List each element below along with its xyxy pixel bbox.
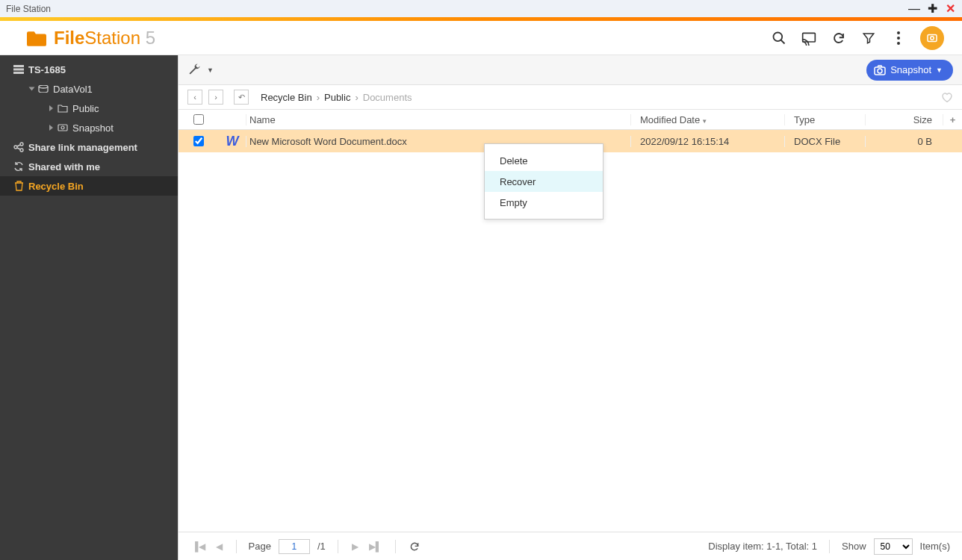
sidebar-item-recycle[interactable]: Recycle Bin	[0, 176, 178, 196]
select-all-checkbox[interactable]	[193, 114, 204, 125]
sort-desc-icon: ▼	[701, 118, 707, 125]
page-size-select[interactable]: 50	[874, 538, 913, 555]
snapshot-icon	[58, 122, 68, 133]
add-column-button[interactable]: +	[943, 114, 962, 125]
expand-icon[interactable]	[49, 125, 53, 131]
svg-point-18	[878, 69, 882, 73]
window-controls: — ✚ ✕	[908, 3, 956, 15]
trash-icon	[13, 181, 24, 191]
tree-root[interactable]: TS-1685	[0, 60, 178, 79]
pagination-footer: ▐◀ ◀ Page /1 ▶ ▶▌ Display item: 1-1, Tot…	[179, 532, 962, 560]
more-icon[interactable]	[890, 30, 907, 46]
breadcrumb-bar: ‹ › ↶ Recycle Bin › Public › Documents	[179, 85, 962, 109]
expand-icon[interactable]	[29, 87, 35, 91]
page-label: Page	[249, 541, 271, 552]
refresh-icon[interactable]	[831, 30, 847, 46]
prev-page-button[interactable]: ◀	[214, 541, 224, 552]
ctx-empty[interactable]: Empty	[485, 192, 603, 213]
tree-root-label: TS-1685	[28, 64, 66, 75]
tree-public[interactable]: Public	[0, 99, 178, 118]
first-page-button[interactable]: ▐◀	[190, 541, 207, 552]
breadcrumb: Recycle Bin › Public › Documents	[261, 92, 412, 103]
row-checkbox[interactable]	[193, 136, 204, 146]
server-icon	[13, 64, 24, 75]
svg-rect-9	[13, 69, 24, 71]
snapshot-label: Snapshot	[890, 64, 931, 75]
svg-line-1	[781, 40, 785, 43]
display-count: Display item: 1-1, Total: 1	[708, 541, 817, 552]
tree-datavol[interactable]: DataVol1	[0, 79, 178, 99]
svg-point-14	[20, 143, 23, 146]
context-menu: Delete Recover Empty	[484, 143, 603, 220]
sidebar-recycle-label: Recycle Bin	[28, 181, 84, 192]
sidebar-item-shared[interactable]: Shared with me	[0, 157, 178, 176]
app-header: FileStation 5	[0, 21, 962, 55]
svg-rect-12	[58, 125, 67, 131]
chevron-down-icon: ▼	[936, 66, 943, 74]
file-date: 2022/09/12 16:15:14	[630, 136, 784, 147]
minimize-button[interactable]: —	[908, 3, 920, 15]
svg-point-15	[14, 146, 17, 149]
tree-datavol-label: DataVol1	[53, 84, 93, 95]
chevron-right-icon: ›	[355, 92, 358, 103]
favorite-icon[interactable]	[941, 92, 953, 102]
show-label: Show	[842, 541, 866, 552]
sync-icon	[13, 161, 24, 172]
col-name[interactable]: Name	[246, 114, 630, 125]
crumb-recycle[interactable]: Recycle Bin	[261, 92, 312, 103]
window-titlebar: File Station — ✚ ✕	[0, 0, 962, 17]
svg-point-16	[20, 149, 23, 152]
close-button[interactable]: ✕	[944, 3, 956, 15]
crumb-documents[interactable]: Documents	[363, 92, 412, 103]
crumb-public[interactable]: Public	[324, 92, 350, 103]
page-total: /1	[317, 541, 326, 552]
svg-rect-2	[803, 33, 816, 42]
chevron-right-icon: ›	[317, 92, 320, 103]
svg-rect-10	[13, 72, 24, 74]
col-type[interactable]: Type	[784, 114, 865, 125]
ctx-recover[interactable]: Recover	[485, 171, 603, 192]
disk-icon	[38, 84, 49, 94]
last-page-button[interactable]: ▶▌	[367, 541, 384, 552]
expand-icon[interactable]	[49, 105, 53, 111]
snapshot-button[interactable]: Snapshot ▼	[866, 60, 953, 81]
svg-point-4	[897, 37, 900, 40]
svg-point-0	[774, 32, 783, 41]
ctx-delete[interactable]: Delete	[485, 150, 603, 171]
user-avatar[interactable]	[920, 26, 944, 50]
search-icon[interactable]	[771, 30, 787, 46]
file-type: DOCX File	[784, 136, 865, 147]
camera-icon	[874, 65, 886, 75]
chevron-down-icon[interactable]: ▼	[207, 66, 214, 74]
refresh-button[interactable]	[408, 541, 421, 552]
word-icon: W	[226, 134, 239, 149]
next-page-button[interactable]: ▶	[350, 541, 360, 552]
nav-up-button[interactable]: ↶	[234, 90, 249, 105]
folder-icon	[27, 30, 46, 46]
page-input[interactable]	[279, 539, 310, 554]
brand-text: FileStation 5	[54, 28, 155, 49]
filter-icon[interactable]	[860, 30, 877, 46]
cast-icon[interactable]	[801, 30, 817, 46]
sidebar-item-sharelink[interactable]: Share link management	[0, 137, 178, 157]
file-size: 0 B	[865, 136, 943, 147]
svg-point-3	[897, 31, 900, 34]
maximize-button[interactable]: ✚	[926, 3, 938, 15]
tree-snapshot-label: Snapshot	[72, 122, 114, 134]
tree-snapshot[interactable]: Snapshot	[0, 118, 178, 137]
file-header: Name Modified Date▼ Type Size +	[179, 109, 962, 130]
toolbar: ▼ Snapshot ▼	[179, 55, 962, 85]
svg-point-11	[39, 85, 48, 88]
col-size[interactable]: Size	[865, 114, 943, 125]
nav-back-button[interactable]: ‹	[187, 90, 202, 105]
svg-rect-6	[928, 34, 937, 41]
svg-point-7	[931, 36, 934, 40]
nav-forward-button[interactable]: ›	[208, 90, 223, 105]
svg-point-5	[897, 42, 900, 45]
app-brand: FileStation 5	[27, 28, 155, 49]
col-date[interactable]: Modified Date▼	[630, 114, 784, 125]
header-actions	[771, 26, 944, 50]
tools-menu[interactable]	[187, 63, 202, 78]
tree-public-label: Public	[72, 103, 99, 114]
main-panel: ▼ Snapshot ▼ ‹ › ↶ Recycle Bin › Public …	[178, 55, 962, 560]
